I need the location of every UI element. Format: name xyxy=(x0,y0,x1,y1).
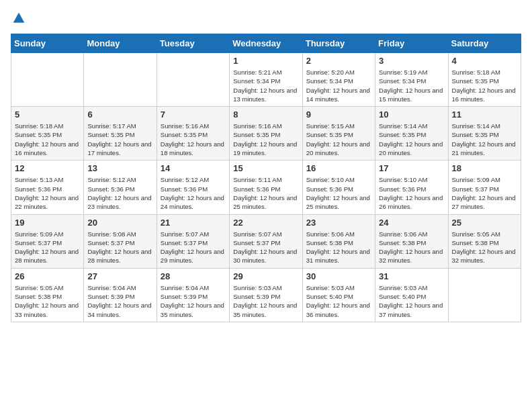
calendar-cell xyxy=(84,53,157,107)
calendar-cell: 8Sunrise: 5:16 AM Sunset: 5:35 PM Daylig… xyxy=(230,107,302,161)
calendar-cell: 30Sunrise: 5:03 AM Sunset: 5:40 PM Dayli… xyxy=(302,268,375,322)
day-info: Sunrise: 5:07 AM Sunset: 5:37 PM Dayligh… xyxy=(161,230,226,265)
calendar-cell: 20Sunrise: 5:08 AM Sunset: 5:37 PM Dayli… xyxy=(84,214,157,268)
calendar-week-1: 1Sunrise: 5:21 AM Sunset: 5:34 PM Daylig… xyxy=(11,53,521,107)
logo-icon xyxy=(12,11,26,25)
day-number: 4 xyxy=(452,56,517,66)
day-info: Sunrise: 5:09 AM Sunset: 5:37 PM Dayligh… xyxy=(15,230,80,265)
day-number: 6 xyxy=(87,109,152,120)
calendar-cell: 16Sunrise: 5:10 AM Sunset: 5:36 PM Dayli… xyxy=(302,161,375,214)
day-info: Sunrise: 5:10 AM Sunset: 5:36 PM Dayligh… xyxy=(306,175,371,211)
day-number: 26 xyxy=(15,271,80,281)
day-number: 19 xyxy=(15,218,80,228)
day-info: Sunrise: 5:03 AM Sunset: 5:40 PM Dayligh… xyxy=(306,283,371,319)
day-number: 30 xyxy=(306,271,371,281)
day-number: 31 xyxy=(379,271,444,281)
day-number: 2 xyxy=(306,56,371,66)
calendar-week-3: 12Sunrise: 5:13 AM Sunset: 5:36 PM Dayli… xyxy=(11,161,521,214)
calendar-table: SundayMondayTuesdayWednesdayThursdayFrid… xyxy=(11,34,521,322)
day-number: 8 xyxy=(233,109,298,120)
day-info: Sunrise: 5:05 AM Sunset: 5:38 PM Dayligh… xyxy=(15,283,80,319)
calendar-cell: 7Sunrise: 5:16 AM Sunset: 5:35 PM Daylig… xyxy=(157,107,229,161)
day-info: Sunrise: 5:09 AM Sunset: 5:37 PM Dayligh… xyxy=(452,175,517,211)
day-info: Sunrise: 5:03 AM Sunset: 5:39 PM Dayligh… xyxy=(233,283,298,319)
calendar-cell: 2Sunrise: 5:20 AM Sunset: 5:34 PM Daylig… xyxy=(302,53,375,107)
weekday-header-friday: Friday xyxy=(375,34,448,53)
day-info: Sunrise: 5:05 AM Sunset: 5:38 PM Dayligh… xyxy=(452,230,517,265)
day-info: Sunrise: 5:14 AM Sunset: 5:35 PM Dayligh… xyxy=(379,122,444,157)
day-number: 22 xyxy=(233,218,298,228)
day-number: 27 xyxy=(87,271,152,281)
day-info: Sunrise: 5:06 AM Sunset: 5:38 PM Dayligh… xyxy=(379,230,444,265)
calendar-cell: 13Sunrise: 5:12 AM Sunset: 5:36 PM Dayli… xyxy=(84,161,157,214)
day-info: Sunrise: 5:19 AM Sunset: 5:34 PM Dayligh… xyxy=(379,68,444,103)
calendar-cell: 29Sunrise: 5:03 AM Sunset: 5:39 PM Dayli… xyxy=(230,268,302,322)
day-number: 7 xyxy=(161,109,226,120)
day-info: Sunrise: 5:11 AM Sunset: 5:36 PM Dayligh… xyxy=(233,175,298,211)
day-info: Sunrise: 5:06 AM Sunset: 5:38 PM Dayligh… xyxy=(306,230,371,265)
calendar-cell: 19Sunrise: 5:09 AM Sunset: 5:37 PM Dayli… xyxy=(11,214,84,268)
day-number: 23 xyxy=(306,218,371,228)
day-info: Sunrise: 5:20 AM Sunset: 5:34 PM Dayligh… xyxy=(306,68,371,103)
calendar-cell: 14Sunrise: 5:12 AM Sunset: 5:36 PM Dayli… xyxy=(157,161,229,214)
calendar-cell: 27Sunrise: 5:04 AM Sunset: 5:39 PM Dayli… xyxy=(84,268,157,322)
day-info: Sunrise: 5:21 AM Sunset: 5:34 PM Dayligh… xyxy=(233,68,298,103)
page-header xyxy=(11,11,521,26)
weekday-header-thursday: Thursday xyxy=(302,34,375,53)
calendar-cell: 1Sunrise: 5:21 AM Sunset: 5:34 PM Daylig… xyxy=(230,53,302,107)
day-number: 16 xyxy=(306,163,371,173)
calendar-cell: 23Sunrise: 5:06 AM Sunset: 5:38 PM Dayli… xyxy=(302,214,375,268)
weekday-header-monday: Monday xyxy=(84,34,157,53)
calendar-cell: 15Sunrise: 5:11 AM Sunset: 5:36 PM Dayli… xyxy=(230,161,302,214)
day-number: 10 xyxy=(379,109,444,120)
calendar-week-2: 5Sunrise: 5:18 AM Sunset: 5:35 PM Daylig… xyxy=(11,107,521,161)
day-info: Sunrise: 5:07 AM Sunset: 5:37 PM Dayligh… xyxy=(233,230,298,265)
day-number: 14 xyxy=(161,163,226,173)
day-info: Sunrise: 5:08 AM Sunset: 5:37 PM Dayligh… xyxy=(87,230,152,265)
calendar-cell: 12Sunrise: 5:13 AM Sunset: 5:36 PM Dayli… xyxy=(11,161,84,214)
day-info: Sunrise: 5:18 AM Sunset: 5:35 PM Dayligh… xyxy=(15,122,80,157)
calendar-cell: 21Sunrise: 5:07 AM Sunset: 5:37 PM Dayli… xyxy=(157,214,229,268)
day-number: 5 xyxy=(15,109,80,120)
day-info: Sunrise: 5:04 AM Sunset: 5:39 PM Dayligh… xyxy=(87,283,152,319)
day-info: Sunrise: 5:13 AM Sunset: 5:36 PM Dayligh… xyxy=(15,175,80,211)
day-info: Sunrise: 5:18 AM Sunset: 5:35 PM Dayligh… xyxy=(452,68,517,103)
day-info: Sunrise: 5:04 AM Sunset: 5:39 PM Dayligh… xyxy=(161,283,226,319)
day-number: 17 xyxy=(379,163,444,173)
weekday-header-sunday: Sunday xyxy=(11,34,84,53)
day-number: 18 xyxy=(452,163,517,173)
calendar-week-5: 26Sunrise: 5:05 AM Sunset: 5:38 PM Dayli… xyxy=(11,268,521,322)
day-number: 3 xyxy=(379,56,444,66)
calendar-cell: 28Sunrise: 5:04 AM Sunset: 5:39 PM Dayli… xyxy=(157,268,229,322)
calendar-cell: 9Sunrise: 5:15 AM Sunset: 5:35 PM Daylig… xyxy=(302,107,375,161)
day-number: 9 xyxy=(306,109,371,120)
calendar-cell: 5Sunrise: 5:18 AM Sunset: 5:35 PM Daylig… xyxy=(11,107,84,161)
calendar-cell: 24Sunrise: 5:06 AM Sunset: 5:38 PM Dayli… xyxy=(375,214,448,268)
calendar-cell xyxy=(11,53,84,107)
day-number: 24 xyxy=(379,218,444,228)
day-number: 25 xyxy=(452,218,517,228)
day-info: Sunrise: 5:16 AM Sunset: 5:35 PM Dayligh… xyxy=(161,122,226,157)
calendar-cell xyxy=(448,268,521,322)
calendar-cell: 4Sunrise: 5:18 AM Sunset: 5:35 PM Daylig… xyxy=(448,53,521,107)
calendar-cell: 11Sunrise: 5:14 AM Sunset: 5:35 PM Dayli… xyxy=(448,107,521,161)
calendar-cell: 17Sunrise: 5:10 AM Sunset: 5:36 PM Dayli… xyxy=(375,161,448,214)
calendar-cell xyxy=(157,53,229,107)
day-number: 1 xyxy=(233,56,298,66)
day-info: Sunrise: 5:17 AM Sunset: 5:35 PM Dayligh… xyxy=(87,122,152,157)
weekday-header-wednesday: Wednesday xyxy=(230,34,302,53)
logo xyxy=(11,11,27,26)
svg-marker-0 xyxy=(13,13,25,23)
day-number: 29 xyxy=(233,271,298,281)
day-info: Sunrise: 5:15 AM Sunset: 5:35 PM Dayligh… xyxy=(306,122,371,157)
day-number: 12 xyxy=(15,163,80,173)
calendar-cell: 6Sunrise: 5:17 AM Sunset: 5:35 PM Daylig… xyxy=(84,107,157,161)
calendar-cell: 3Sunrise: 5:19 AM Sunset: 5:34 PM Daylig… xyxy=(375,53,448,107)
calendar-cell: 10Sunrise: 5:14 AM Sunset: 5:35 PM Dayli… xyxy=(375,107,448,161)
day-number: 11 xyxy=(452,109,517,120)
calendar-cell: 26Sunrise: 5:05 AM Sunset: 5:38 PM Dayli… xyxy=(11,268,84,322)
day-info: Sunrise: 5:03 AM Sunset: 5:40 PM Dayligh… xyxy=(379,283,444,319)
calendar-cell: 22Sunrise: 5:07 AM Sunset: 5:37 PM Dayli… xyxy=(230,214,302,268)
weekday-header-saturday: Saturday xyxy=(448,34,521,53)
weekday-header-row: SundayMondayTuesdayWednesdayThursdayFrid… xyxy=(11,34,521,53)
